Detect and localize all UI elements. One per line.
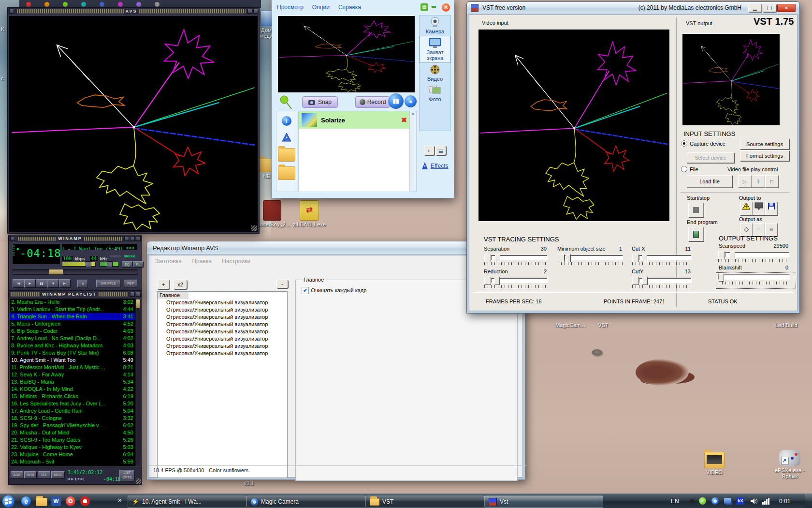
tab-photo[interactable]: Фото bbox=[420, 83, 450, 104]
close-icon[interactable]: ✕ bbox=[442, 3, 450, 12]
volume-slider[interactable] bbox=[62, 262, 96, 267]
playlist-item[interactable]: 8. Bvoice and Khz - Highway Matadors4:03 bbox=[10, 342, 135, 349]
taskbar-button-magic-camera[interactable]: ◍ Magic Camera bbox=[246, 495, 365, 508]
desktop-icon-ledbuild-label[interactable]: Led Build bbox=[769, 322, 803, 328]
menu-prosmotr[interactable]: Просмотр bbox=[277, 4, 304, 11]
playlist-item[interactable]: 13. BarBQ - Maria5:34 bbox=[10, 378, 135, 386]
scanspeed-slider[interactable] bbox=[725, 252, 789, 257]
tab-video[interactable]: Видео bbox=[420, 63, 450, 83]
select-device-button[interactable]: Select device bbox=[687, 152, 734, 163]
format-settings-button[interactable]: Format settings bbox=[740, 150, 789, 161]
playlist-item[interactable]: 22. Valique - Highway to Kyev5:03 bbox=[10, 444, 135, 451]
file-radio[interactable] bbox=[681, 166, 687, 172]
menu-zagotovka[interactable]: Заготовка bbox=[155, 258, 182, 265]
source-settings-button[interactable]: Source settings bbox=[740, 139, 789, 149]
repeat-button[interactable]: REP bbox=[124, 280, 137, 287]
output-laser-button[interactable] bbox=[740, 202, 753, 215]
track-title-marquee[interactable]: t - I Want Too (5:49) *** 10. Age bbox=[62, 244, 137, 250]
output-screen-button[interactable] bbox=[753, 202, 765, 215]
min-object-slider[interactable] bbox=[564, 255, 623, 260]
avs-titlebar[interactable]: AVS bbox=[8, 8, 259, 15]
effects-scrollbar[interactable]: ▲ bbox=[409, 111, 417, 192]
playlist-item[interactable]: 19. Spy der - Passagiri Viletayschie v .… bbox=[10, 422, 135, 429]
playlist-close-button[interactable] bbox=[136, 292, 141, 297]
pushpin-icon[interactable] bbox=[279, 94, 293, 111]
remove-effect-icon[interactable]: ✖ bbox=[401, 116, 407, 124]
tray-spider-icon[interactable] bbox=[688, 497, 696, 505]
minimize-button[interactable]: ▁ bbox=[748, 4, 762, 12]
cutx-slider[interactable] bbox=[638, 255, 692, 260]
desktop-icon-vst-label[interactable]: VST bbox=[594, 322, 613, 328]
language-indicator[interactable]: EN bbox=[671, 498, 679, 505]
pause-button[interactable]: ▮▮ bbox=[388, 93, 404, 109]
menu-opcii[interactable]: Опции bbox=[312, 4, 330, 11]
snap-button[interactable]: Snap bbox=[302, 96, 338, 108]
desktop-icon-v31[interactable]: v3.1 bbox=[239, 480, 259, 486]
cuty-slider[interactable] bbox=[638, 278, 692, 283]
resize-mode-icon[interactable]: ▦ bbox=[420, 3, 428, 11]
playlist-item[interactable]: 21. SCSI-9 - Too Many Gates5:26 bbox=[10, 436, 135, 444]
playlist-item[interactable]: 10. Agent Smit - I Want Too5:49 bbox=[10, 357, 135, 364]
tree-item-effect[interactable]: Отрисовка/Универсальный визуализатор bbox=[158, 343, 287, 350]
quicklaunch-opera-icon[interactable]: O bbox=[66, 496, 75, 506]
start-button[interactable] bbox=[2, 495, 14, 508]
playlist-item[interactable]: 20. Miusha - Out of Mind4:50 bbox=[10, 429, 135, 436]
clear-frame-checkbox[interactable]: ✔ bbox=[302, 287, 309, 294]
tree-item-effect[interactable]: Отрисовка/Универсальный визуализатор bbox=[158, 314, 287, 321]
x2-button[interactable]: x2 bbox=[174, 280, 187, 289]
scrollbar-thumb[interactable] bbox=[136, 299, 140, 308]
playlist-add-button[interactable]: ADD bbox=[11, 471, 23, 478]
playlist-item[interactable]: 23. Mujuice - Come Home6:04 bbox=[10, 451, 135, 458]
tree-item-effect[interactable]: Отрисовка/Универсальный визуализатор bbox=[158, 350, 287, 357]
playlist-item[interactable]: 12. Seva K - Far Away4:14 bbox=[10, 371, 135, 378]
desktop-icon-epsxe[interactable]: ↗ ePSXe.exe - Ярлык bbox=[771, 450, 808, 479]
playlist-item[interactable]: 7. Andrey Loud - No Smell (Daclip D...4:… bbox=[10, 335, 135, 342]
file-play-button[interactable]: ▷ bbox=[738, 175, 752, 188]
previous-button[interactable]: |◀ bbox=[13, 279, 24, 288]
reduction-slider[interactable] bbox=[491, 278, 548, 283]
show-desktop-button[interactable] bbox=[805, 494, 812, 508]
playlist-shade-button[interactable] bbox=[130, 292, 135, 297]
taskbar-button-vst-folder[interactable]: VST bbox=[365, 495, 484, 508]
tab-camera[interactable]: Камера bbox=[420, 15, 450, 36]
info-icon[interactable]: i bbox=[282, 116, 291, 126]
resize-grip[interactable] bbox=[251, 225, 257, 231]
end-program-button[interactable] bbox=[688, 227, 704, 241]
separation-slider[interactable] bbox=[491, 255, 548, 260]
playlist-mini-transport[interactable]: |◀ ▶ ▮ ■ ▶| bbox=[67, 477, 84, 481]
quicklaunch-ie-icon[interactable]: e bbox=[21, 496, 31, 506]
vst-titlebar[interactable]: VST free version (c) 2011 by MediaLas el… bbox=[467, 2, 799, 14]
avs-minimize-button[interactable] bbox=[247, 9, 252, 14]
playlist-titlebar[interactable]: WINAMP PLAYLIST bbox=[9, 291, 142, 298]
play-button[interactable]: ▶ bbox=[24, 279, 36, 288]
effects-link[interactable]: Effects bbox=[421, 162, 448, 170]
menu-pravka[interactable]: Правка bbox=[192, 258, 212, 265]
playlist-item[interactable]: 16. Les Specialistes feat Jucy - Over (.… bbox=[10, 400, 135, 407]
playlist-rem-button[interactable]: REM bbox=[24, 471, 37, 478]
playlist-item[interactable]: 15. Midiots - Richards Clicks6:19 bbox=[10, 393, 135, 400]
desktop-icon-laserboy[interactable]: LaserBoy_2... bbox=[257, 200, 287, 227]
next-button[interactable]: ▶| bbox=[59, 279, 71, 288]
stop-capture-button[interactable]: ■ bbox=[405, 95, 417, 107]
shuffle-button[interactable]: SHUFFLE bbox=[96, 280, 120, 287]
stop-button[interactable]: ■ bbox=[47, 279, 59, 288]
tree-item-effect[interactable]: Отрисовка/Универсальный визуализатор bbox=[158, 321, 287, 328]
playlist-item[interactable]: 5. Maris - Unforgiven4:52 bbox=[10, 320, 135, 328]
tray-kx-icon[interactable]: kX bbox=[737, 497, 744, 505]
desktop-icon-zilda[interactable]: ⇄ zILDA 0.1.exe bbox=[290, 200, 329, 227]
playlist-misc-button[interactable]: MISC bbox=[51, 471, 65, 478]
playlist-item[interactable]: 24. Moorush - Svit5:59 bbox=[10, 458, 135, 465]
time-display[interactable]: -04:18 bbox=[20, 247, 61, 259]
maximize-button[interactable]: ▢ bbox=[763, 4, 776, 12]
quicklaunch-media-icon[interactable] bbox=[80, 496, 90, 506]
desktop-icon-magiccam-label[interactable]: MagicCam... bbox=[551, 322, 590, 328]
playlist-item[interactable]: 18. SCSI-9 - Cologne3:32 bbox=[10, 415, 135, 422]
record-button[interactable]: Record bbox=[355, 96, 390, 108]
position-thumb[interactable] bbox=[49, 269, 63, 275]
winamp-titlebar[interactable]: WINAMP bbox=[9, 235, 142, 242]
playlist-item[interactable]: 11. Professor MorriArti - Just A Mystic … bbox=[10, 364, 135, 371]
tree-item-effect[interactable]: Отрисовка/Универсальный визуализатор bbox=[158, 299, 287, 306]
mirror-vertical-button[interactable]: ⬓ bbox=[435, 146, 446, 155]
tab-screen-capture[interactable]: Захват экрана bbox=[420, 36, 450, 63]
mirror-horizontal-button[interactable]: ◐ bbox=[424, 146, 435, 155]
